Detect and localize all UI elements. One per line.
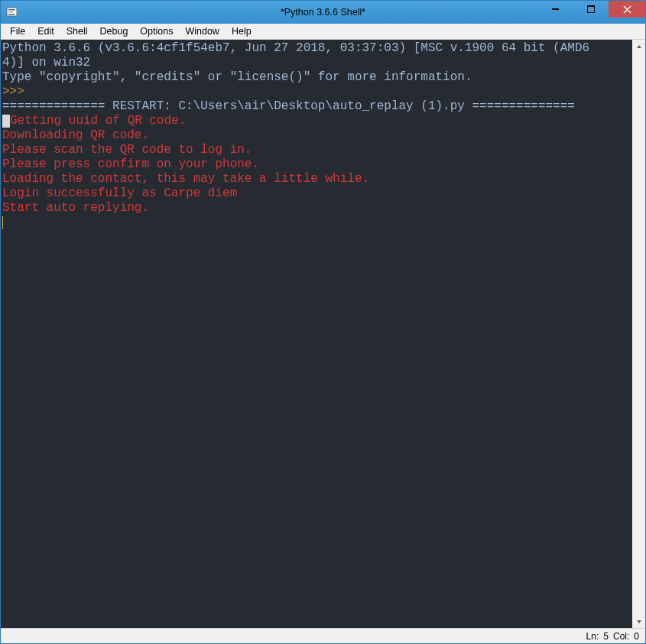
scroll-up-button[interactable] — [632, 40, 645, 53]
python-info-line: Type "copyright", "credits" or "license(… — [2, 70, 472, 84]
menu-shell[interactable]: Shell — [60, 24, 94, 38]
selection-block — [2, 115, 10, 128]
output-line-5: Loading the contact, this may take a lit… — [2, 172, 369, 186]
text-caret — [2, 216, 3, 229]
output-line-4: Please press confirm on your phone. — [2, 157, 259, 171]
svg-rect-6 — [587, 5, 595, 7]
output-line-7: Start auto replying. — [2, 201, 149, 215]
app-icon-slot — [1, 1, 24, 24]
svg-rect-1 — [8, 9, 15, 11]
menu-options[interactable]: Options — [134, 24, 179, 38]
python-version-line1: Python 3.6.6 (v3.6.6:4cf1f54eb7, Jun 27 … — [2, 41, 589, 55]
minimize-button[interactable] — [538, 1, 573, 18]
status-col-value: 0 — [634, 631, 639, 642]
menu-file[interactable]: File — [4, 24, 31, 38]
console-text[interactable]: Python 3.6.6 (v3.6.6:4cf1f54eb7, Jun 27 … — [2, 41, 645, 628]
prompt: >>> — [2, 85, 31, 99]
svg-rect-3 — [8, 14, 15, 15]
python-version-line2: 4)] on win32 — [2, 56, 90, 70]
output-line-6: Login successfully as Carpe diem — [2, 186, 237, 200]
console-area[interactable]: Python 3.6.6 (v3.6.6:4cf1f54eb7, Jun 27 … — [1, 40, 645, 628]
python-idle-icon — [6, 6, 18, 18]
maximize-button[interactable] — [573, 1, 609, 18]
svg-rect-2 — [8, 11, 13, 13]
output-line-3: Please scan the QR code to log in. — [2, 143, 252, 157]
menu-bar: File Edit Shell Debug Options Window Hel… — [1, 24, 645, 40]
status-ln-value: 5 — [603, 631, 609, 642]
svg-rect-4 — [552, 8, 559, 10]
menu-edit[interactable]: Edit — [31, 24, 60, 38]
output-line-1: Getting uuid of QR code. — [10, 114, 186, 128]
scroll-down-button[interactable] — [632, 615, 645, 628]
status-bar: Ln: 5 Col: 0 — [1, 628, 645, 643]
window-buttons — [538, 1, 645, 18]
status-col-label: Col: — [613, 631, 629, 642]
close-button[interactable] — [609, 1, 645, 18]
menu-window[interactable]: Window — [179, 24, 225, 38]
menu-help[interactable]: Help — [226, 24, 258, 38]
window-titlebar: *Python 3.6.6 Shell* — [1, 1, 645, 24]
restart-line: ============== RESTART: C:\Users\air\Des… — [2, 99, 575, 113]
menu-debug[interactable]: Debug — [94, 24, 135, 38]
vertical-scrollbar[interactable] — [632, 40, 645, 628]
status-ln-label: Ln: — [586, 631, 599, 642]
output-line-2: Downloading QR code. — [2, 128, 149, 142]
scroll-track[interactable] — [632, 53, 645, 615]
